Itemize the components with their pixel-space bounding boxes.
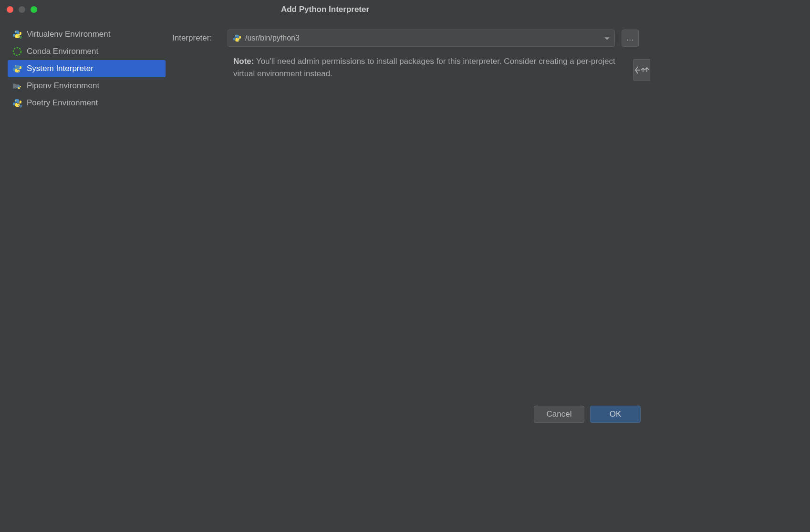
interpreter-value: /usr/bin/python3 — [245, 34, 604, 42]
ellipsis-icon: … — [626, 34, 634, 42]
ok-label: OK — [610, 409, 622, 419]
sidebar-item-label: Poetry Environment — [27, 98, 98, 108]
svg-point-10 — [238, 40, 239, 41]
interpreter-label: Interpreter: — [172, 33, 221, 43]
sidebar-item-virtualenv[interactable]: v Virtualenv Environment — [8, 26, 166, 43]
maximize-window-button[interactable] — [31, 6, 37, 13]
python-icon — [12, 64, 22, 73]
note-body: You'll need admin permissions to install… — [233, 57, 615, 78]
footer: Cancel OK — [534, 406, 641, 423]
minimize-window-button[interactable] — [19, 6, 25, 13]
sidebar: v Virtualenv Environment Conda Environme… — [0, 19, 166, 402]
interpreter-dropdown[interactable]: /usr/bin/python3 — [228, 30, 615, 47]
svg-point-9 — [235, 35, 236, 36]
sidebar-item-label: Conda Environment — [27, 47, 98, 56]
svg-point-5 — [18, 71, 19, 72]
main-panel: Interpreter: /usr/bin/python3 … — [166, 19, 650, 402]
svg-point-6 — [15, 100, 16, 101]
conda-icon — [12, 47, 22, 56]
window-title: Add Python Interpreter — [281, 5, 369, 14]
sidebar-item-poetry[interactable]: p Poetry Environment — [8, 94, 166, 112]
python-icon — [233, 34, 241, 42]
note-text: Note: You'll need admin permissions to i… — [233, 55, 639, 80]
svg-point-7 — [18, 105, 19, 106]
sidebar-item-conda[interactable]: Conda Environment — [8, 43, 166, 60]
cancel-label: Cancel — [547, 409, 572, 419]
svg-text:p: p — [20, 103, 22, 108]
svg-text:v: v — [20, 35, 22, 39]
sidebar-item-label: Virtualenv Environment — [27, 30, 110, 39]
edge-toggle[interactable] — [633, 59, 650, 81]
content-area: v Virtualenv Environment Conda Environme… — [0, 19, 650, 402]
svg-point-4 — [15, 66, 16, 67]
ok-button[interactable]: OK — [590, 406, 641, 423]
titlebar: Add Python Interpreter — [0, 0, 650, 19]
close-window-button[interactable] — [7, 6, 13, 13]
cancel-button[interactable]: Cancel — [534, 406, 584, 423]
traffic-lights — [0, 6, 37, 13]
note-prefix: Note: — [233, 57, 254, 66]
sidebar-item-pipenv[interactable]: Pipenv Environment — [8, 77, 166, 94]
svg-point-0 — [15, 31, 16, 32]
sidebar-item-label: Pipenv Environment — [27, 81, 99, 91]
python-virtualenv-icon: v — [12, 30, 22, 39]
sidebar-item-label: System Interpreter — [27, 64, 93, 73]
caret-down-icon — [604, 34, 610, 42]
interpreter-row: Interpreter: /usr/bin/python3 … — [172, 30, 639, 47]
svg-point-1 — [18, 37, 19, 38]
pipenv-icon — [12, 81, 22, 91]
browse-button[interactable]: … — [622, 30, 639, 47]
svg-point-3 — [13, 48, 21, 55]
poetry-icon: p — [12, 98, 22, 108]
sidebar-item-system[interactable]: System Interpreter — [8, 60, 166, 77]
